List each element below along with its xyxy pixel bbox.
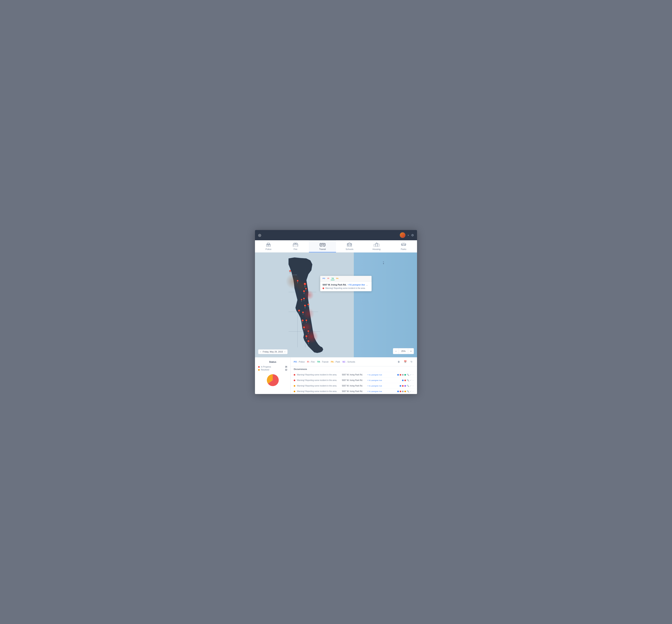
occurrences-header: PO - Police FI - Fire TR - Transit PA - … — [290, 358, 417, 366]
tab-police[interactable]: Police — [255, 240, 282, 252]
schools-icon — [347, 242, 352, 247]
incident-street-link[interactable]: + N Lavergner Ave — [367, 385, 385, 387]
search-button[interactable]: 🔍 — [407, 374, 409, 376]
tab-parks[interactable]: Parks — [390, 240, 417, 252]
bottom-panel: Status In Progress 16 Resolved 12 — [255, 357, 417, 394]
check-button[interactable]: ✓ — [410, 374, 412, 376]
popup-tab-pa[interactable]: PA — [335, 277, 339, 280]
tab-transit[interactable]: Transit — [309, 240, 336, 252]
occ-tab-park[interactable]: PA - Park — [331, 361, 340, 363]
status-resolved: Resolved 12 — [258, 369, 287, 371]
resolved-dot — [258, 369, 260, 371]
in-progress-count: 16 — [285, 366, 287, 368]
zoom-control: − 25% + — [393, 348, 414, 354]
occ-tab-pa-name: - Park — [334, 361, 340, 363]
dot-green — [405, 374, 406, 375]
header-right: ▾ ⚙ — [400, 232, 414, 238]
incident-status-dot — [294, 391, 295, 392]
check-button[interactable]: ✓ — [410, 385, 412, 387]
date-label: Friday, May 29, 2015 — [263, 350, 283, 353]
incident-street-link[interactable]: + N Lavergner Ave — [367, 374, 385, 376]
occ-tab-tr-name: - Transit — [320, 361, 329, 363]
svg-rect-6 — [294, 243, 295, 244]
svg-text:N: N — [383, 261, 384, 263]
chevron-down-icon[interactable]: ▾ — [408, 234, 409, 236]
svg-rect-24 — [378, 244, 379, 246]
app-logo: ◎ — [258, 233, 261, 237]
resolved-count: 12 — [285, 369, 287, 371]
occ-tab-schools[interactable]: SC - Schools — [342, 361, 355, 363]
table-row: Warning! Reporting some incident in the … — [290, 389, 417, 394]
zoom-out-button[interactable]: − — [393, 348, 399, 354]
dot-blue — [397, 391, 399, 392]
check-button[interactable]: ✓ — [410, 379, 412, 381]
map-area: North Park ✦ N 📍 📍 📍 📍 📍 📍 📍 📍 📍 — [255, 253, 417, 357]
occ-tab-sc-code: SC — [342, 361, 345, 363]
delete-button[interactable]: 🗑 — [396, 359, 401, 364]
table-row: Warning! Reporting some incident in the … — [290, 383, 417, 389]
occurrences-title: Occurrences — [290, 366, 417, 372]
more-button[interactable]: ··· — [412, 374, 414, 376]
occurrences-filter-tabs: PO - Police FI - Fire TR - Transit PA - … — [294, 361, 355, 363]
popup-tab-tr[interactable]: TR — [331, 277, 335, 280]
settings-icon[interactable]: ⚙ — [411, 233, 414, 237]
dot-gray — [402, 374, 404, 375]
incident-status-dot — [294, 385, 295, 387]
date-navigation: ‹ Friday, May 29, 2015 › — [258, 349, 288, 354]
status-title: Status — [258, 361, 287, 363]
occ-tab-fire[interactable]: FI - Fire — [307, 361, 315, 363]
avatar[interactable] — [400, 232, 405, 238]
refresh-button[interactable]: ↻ — [409, 359, 414, 364]
popup-more-options[interactable]: ... — [366, 284, 368, 286]
date-next-button[interactable]: › — [285, 350, 285, 353]
occurrences-panel: PO - Police FI - Fire TR - Transit PA - … — [290, 358, 417, 394]
popup-tab-fi[interactable]: FI — [327, 277, 330, 280]
parks-icon — [400, 242, 407, 247]
status-panel: Status In Progress 16 Resolved 12 — [255, 358, 290, 394]
incident-warning-text: Warning! Reporting some incident in the … — [297, 390, 340, 392]
tab-transit-label: Transit — [319, 248, 326, 250]
header: ◎ ▾ ⚙ — [255, 230, 417, 240]
date-prev-button[interactable]: ‹ — [260, 350, 261, 353]
occ-tab-transit[interactable]: TR - Transit — [317, 361, 328, 363]
svg-rect-1 — [267, 243, 269, 244]
more-button[interactable]: ··· — [412, 385, 414, 387]
check-button[interactable]: ✓ — [410, 390, 412, 392]
incident-address: 5007 W. Irving Park Rd. — [342, 385, 366, 387]
dot-blue — [399, 385, 401, 387]
more-button[interactable]: ··· — [412, 379, 414, 381]
popup-address-text: 5007 W. Irving Park Rd. — [322, 284, 346, 286]
occ-tab-fi-code: FI — [307, 361, 309, 363]
zoom-in-button[interactable]: + — [408, 348, 414, 354]
incident-address: 5007 W. Irving Park Rd. — [342, 374, 366, 376]
svg-point-16 — [320, 246, 321, 246]
incident-address: 5007 W. Irving Park Rd. — [342, 379, 366, 381]
search-button[interactable]: 🔍 — [407, 379, 409, 381]
svg-rect-4 — [268, 245, 269, 246]
dot-red — [405, 380, 406, 381]
svg-rect-19 — [348, 245, 350, 246]
search-button[interactable]: 🔍 — [407, 390, 409, 392]
tab-housing-label: Housing — [372, 248, 381, 250]
svg-point-17 — [324, 246, 325, 246]
calendar-button[interactable]: 📅 — [403, 359, 408, 364]
search-button[interactable]: 🔍 — [407, 385, 409, 387]
incident-warning-text: Warning! Reporting some incident in the … — [297, 379, 340, 381]
occ-tab-police[interactable]: PO - Police — [294, 361, 305, 363]
popup-street-link[interactable]: + N Lavergner Ave — [348, 284, 365, 286]
svg-rect-18 — [347, 244, 352, 246]
incident-street-link[interactable]: + N Lavergner Ave — [367, 390, 385, 392]
tab-housing[interactable]: Housing — [363, 240, 390, 252]
tab-schools[interactable]: Schools — [336, 240, 363, 252]
tab-fire[interactable]: Fire — [282, 240, 309, 252]
more-button[interactable]: ··· — [412, 390, 414, 392]
map-background: North Park ✦ N 📍 📍 📍 📍 📍 📍 📍 📍 📍 — [255, 253, 417, 357]
map-popup: PO FI TR PA 5007 W. Irving Park Rd. + N … — [320, 276, 371, 291]
resolved-label: Resolved — [261, 369, 269, 371]
popup-tab-po[interactable]: PO — [322, 277, 326, 280]
incident-street-link[interactable]: + N Lavergner Ave — [367, 380, 385, 381]
nav-tabs: Police Fire — [255, 240, 417, 253]
tab-police-label: Police — [265, 248, 272, 250]
svg-rect-21 — [350, 244, 351, 245]
incident-status-dot — [294, 380, 295, 381]
